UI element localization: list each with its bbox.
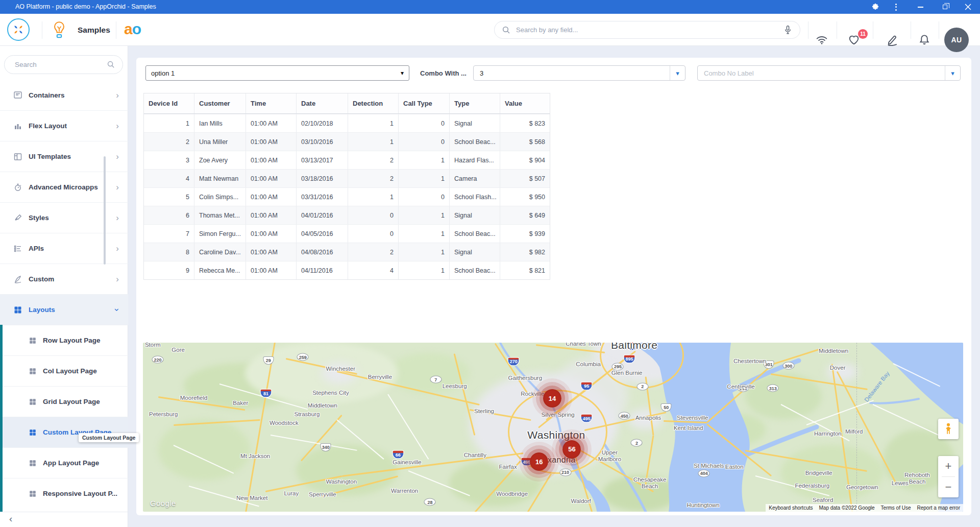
google-logo[interactable]: Google [150,499,176,508]
extensions-puzzle-icon[interactable] [867,0,884,14]
table-header-cell[interactable]: Time [246,93,297,113]
table-header-cell[interactable]: Detection [348,93,399,113]
route-shield: 2 [636,382,648,390]
table-header-cell[interactable]: Value [500,93,550,113]
sidebar-scrollbar[interactable] [104,156,106,265]
zoom-in-button[interactable]: + [938,456,959,476]
sidebar-item-responsive-layout-p[interactable]: Responsive Layout P... [0,478,128,509]
cluster-marker[interactable]: 56 [562,440,581,459]
table-cell: 03/10/2016 [297,133,348,151]
combo-with-input[interactable]: 3 ▾ [473,65,685,81]
sidebar: Containers›Flex Layout›UI Templates›Adva… [0,46,128,527]
sidebar-search [4,55,123,74]
browser-menu-icon[interactable] [887,0,904,14]
map-attribution-link[interactable]: Keyboard shortcuts [766,504,816,512]
table-cell: School Beac... [450,133,500,151]
sidebar-item-ui-templates[interactable]: UI Templates› [0,141,128,172]
sidebar-item-custom-layout-page[interactable]: Custom Layout Page [0,417,128,447]
grid-icon [29,459,37,467]
table-cell: 1 [399,243,450,261]
table-cell: 1 [399,151,450,169]
option-select[interactable]: option 1 ▾ [145,65,409,81]
table-row[interactable]: 6Thomas Met...01:00 AM04/01/201601Signal… [144,206,550,224]
table-cell: School Flash... [450,188,500,206]
map-attribution-link[interactable]: Terms of Use [878,504,914,512]
cluster-marker[interactable]: 14 [543,389,561,408]
table-cell: 0 [348,206,399,224]
table-cell: $ 950 [500,188,550,206]
sidebar-item-layouts[interactable]: Layouts› [0,294,128,325]
sidebar-item-advanced-microapps[interactable]: Advanced Microapps› [0,172,128,202]
close-button[interactable] [959,0,976,14]
notifications-button[interactable] [918,34,930,46]
google-map[interactable]: + − Google Keyboard shortcutsMap data ©2… [143,343,963,512]
table-row[interactable]: 1Ian Mills01:00 AM02/10/201810Signal$ 82… [144,114,550,132]
global-search-input[interactable] [511,26,783,34]
table-cell: 2 [348,151,399,169]
sidebar-item-col-layout-page[interactable]: Col Layout Page [0,355,128,386]
wifi-icon[interactable] [816,34,828,46]
sidebar-item-apis[interactable]: APIs› [0,233,128,264]
microphone-icon[interactable] [783,25,793,35]
table-cell: 01:00 AM [246,151,297,169]
table-cell: Colin Simps... [194,188,246,206]
sidebar-item-label: Row Layout Page [43,337,101,344]
map-label: Gainesville [393,460,421,466]
sidebar-search-input[interactable] [15,61,107,68]
table-row[interactable]: 8Caroline Dav...01:00 AM04/08/201621Sign… [144,243,550,261]
microapps-stopwatch-icon [13,183,22,192]
sidebar-item-app-layout-page[interactable]: App Layout Page [0,447,128,478]
table-cell: 01:00 AM [246,188,297,206]
sidebar-item-flex-layout[interactable]: Flex Layout› [0,110,128,141]
sidebar-item-label: Styles [29,214,49,222]
table-cell: $ 821 [500,261,550,279]
sidebar-item-label: APIs [29,245,44,252]
table-cell: Camera [450,170,500,187]
table-row[interactable]: 9Rebecca Me...01:00 AM04/11/201641School… [144,261,550,279]
apporchid-pinwheel-icon[interactable] [7,18,30,41]
grid-icon [29,367,37,375]
table-header-cell[interactable]: Type [450,93,500,113]
sidebar-item-containers[interactable]: Containers› [0,80,128,110]
sidebar-item-row-layout-page[interactable]: Row Layout Page [0,325,128,355]
table-cell: 01:00 AM [246,243,297,261]
containers-icon [13,90,22,100]
map-label: Charles Town [566,343,601,348]
combo-no-label-input[interactable]: Combo No Label ▾ [697,65,961,81]
map-attribution-link[interactable]: Report a map error [914,504,963,512]
pegman-button[interactable] [938,419,959,439]
cluster-marker[interactable]: 16 [530,452,548,471]
table-cell: Ian Mills [194,114,246,132]
table-row[interactable]: 5Colin Simps...01:00 AM03/31/201610Schoo… [144,187,550,206]
table-cell: 8 [144,243,194,261]
map-label: Sterling [474,408,494,415]
table-header-cell[interactable]: Call Type [399,93,450,113]
table-header-cell[interactable]: Date [297,93,348,113]
user-avatar[interactable]: AU [944,28,969,52]
zoom-out-button[interactable]: − [938,477,959,497]
table-header-cell[interactable]: Device Id [144,93,194,113]
sidebar-item-grid-layout-page[interactable]: Grid Layout Page [0,386,128,417]
table-row[interactable]: 2Una Miller01:00 AM03/10/201610School Be… [144,132,550,151]
route-shield: 7 [430,376,442,384]
tooltip: Custom Layout Page [79,433,139,442]
subnav-active-indicator [0,325,3,512]
table-row[interactable]: 7Simon Fergu...01:00 AM04/05/201601Schoo… [144,224,550,243]
table-cell: 02/10/2018 [297,114,348,132]
table-row[interactable]: 3Zoe Avery01:00 AM03/13/201721Hazard Fla… [144,151,550,169]
flex-layout-icon [13,122,22,131]
ao-logo[interactable]: ao [124,20,141,38]
route-shield: 404 [698,469,710,477]
sidebar-collapse-button[interactable]: ‹ [9,513,12,524]
minimize-button[interactable] [912,0,929,14]
table-cell: $ 939 [500,225,550,243]
sidebar-item-styles[interactable]: Styles› [0,202,128,233]
table-cell: 3 [144,151,194,169]
map-label: Gaithersburg [508,375,542,381]
map-label: Sperryville [309,491,336,498]
restore-button[interactable] [936,0,953,14]
table-header-cell[interactable]: Customer [194,93,246,113]
annotate-button[interactable] [886,34,898,46]
sidebar-item-custom[interactable]: Custom› [0,264,128,294]
table-row[interactable]: 4Matt Newman01:00 AM03/18/201621Camera$ … [144,169,550,187]
